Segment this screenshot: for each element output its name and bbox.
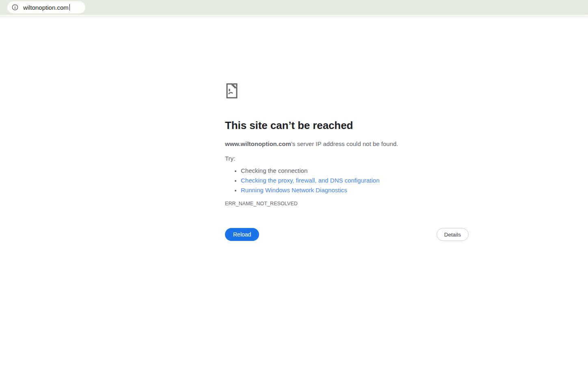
proxy-firewall-dns-link[interactable]: Checking the proxy, firewall, and DNS co… bbox=[241, 177, 380, 184]
suggestion-item: Checking the proxy, firewall, and DNS co… bbox=[241, 176, 469, 185]
url-text[interactable]: wiltonoption.com bbox=[23, 4, 69, 11]
reload-button[interactable]: Reload bbox=[225, 228, 259, 241]
try-label: Try: bbox=[225, 155, 469, 163]
network-diagnostics-link[interactable]: Running Windows Network Diagnostics bbox=[241, 187, 347, 193]
error-subtitle: www.wiltonoption.com’s server IP address… bbox=[225, 140, 469, 148]
error-page-content: This site can’t be reached www.wiltonopt… bbox=[225, 82, 469, 241]
suggestion-list: Checking the connection Checking the pro… bbox=[225, 166, 469, 195]
error-domain: www.wiltonoption.com bbox=[225, 140, 291, 147]
details-button[interactable]: Details bbox=[437, 228, 469, 241]
suggestion-text: Checking the connection bbox=[241, 167, 307, 174]
error-code: ERR_NAME_NOT_RESOLVED bbox=[225, 201, 469, 206]
suggestion-item: Checking the connection bbox=[241, 166, 469, 176]
suggestion-item: Running Windows Network Diagnostics bbox=[241, 185, 469, 195]
sad-file-icon bbox=[225, 82, 239, 99]
page-info-icon[interactable] bbox=[12, 4, 18, 11]
text-caret bbox=[69, 4, 70, 11]
error-title: This site can’t be reached bbox=[225, 119, 469, 131]
browser-toolbar: wiltonoption.com bbox=[0, 0, 588, 15]
button-row: Reload Details bbox=[225, 228, 469, 241]
error-subtitle-rest: ’s server IP address could not be found. bbox=[291, 140, 398, 147]
toolbar-lower-strip bbox=[0, 15, 588, 17]
address-bar[interactable]: wiltonoption.com bbox=[7, 1, 85, 13]
